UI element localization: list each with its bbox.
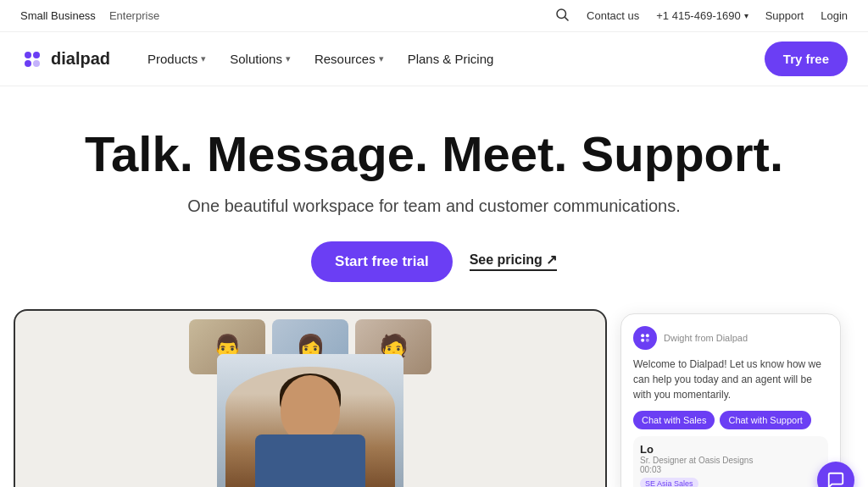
svg-point-5: [33, 60, 40, 67]
top-bar-right: Contact us +1 415-469-1690 ▾ Support Log…: [554, 7, 848, 25]
chat-actions: Chat with Sales Chat with Support: [633, 411, 828, 429]
try-free-button[interactable]: Try free: [765, 42, 848, 76]
hero-section: Talk. Message. Meet. Support. One beauti…: [0, 86, 868, 302]
svg-point-3: [33, 52, 40, 58]
navbar-left: dialpad Products ▾ Solutions ▾ Resources…: [20, 45, 504, 73]
start-trial-button[interactable]: Start free trial: [311, 241, 453, 282]
contact-us-link[interactable]: Contact us: [587, 9, 639, 22]
chat-from-label: Dwight from Dialpad: [664, 333, 748, 343]
chat-from-info: Dwight from Dialpad: [664, 333, 748, 343]
resources-chevron-icon: ▾: [379, 53, 384, 64]
see-pricing-text: See pricing: [470, 252, 542, 268]
call-person-info: Lo Sr. Designer at Oasis Designs 00:03 S…: [640, 443, 753, 487]
hero-subheadline: One beautiful workspace for team and cus…: [17, 196, 851, 216]
call-sub-panel: Lo Sr. Designer at Oasis Designs 00:03 S…: [633, 436, 828, 487]
svg-point-4: [25, 60, 31, 67]
nav-solutions[interactable]: Solutions ▾: [220, 45, 301, 73]
nav-products[interactable]: Products ▾: [137, 45, 216, 73]
call-person-title: Sr. Designer at Oasis Designs: [640, 456, 753, 465]
call-person-name: Lo: [640, 443, 753, 456]
chat-panel: Dwight from Dialpad Welcome to Dialpad! …: [620, 313, 841, 487]
nav-resources-label: Resources: [314, 52, 376, 66]
nav-links: Products ▾ Solutions ▾ Resources ▾ Plans…: [137, 45, 504, 73]
svg-line-1: [565, 17, 568, 20]
person-silhouette: [225, 367, 395, 487]
nav-products-label: Products: [147, 52, 198, 66]
svg-point-9: [646, 339, 649, 342]
main-video-person: [217, 354, 403, 487]
hero-headline: Talk. Message. Meet. Support.: [17, 127, 851, 181]
see-pricing-link[interactable]: See pricing ↗: [470, 252, 557, 271]
logo[interactable]: dialpad: [20, 47, 110, 71]
logo-text: dialpad: [51, 49, 110, 69]
navbar: dialpad Products ▾ Solutions ▾ Resources…: [0, 32, 868, 86]
svg-point-7: [646, 334, 649, 337]
nav-resources[interactable]: Resources ▾: [304, 45, 394, 73]
nav-plans-pricing[interactable]: Plans & Pricing: [398, 45, 504, 73]
phone-dropdown[interactable]: +1 415-469-1690 ▾: [656, 9, 748, 22]
svg-point-6: [641, 334, 644, 337]
top-bar: Small Business Enterprise Contact us +1 …: [0, 0, 868, 32]
dialpad-logo-icon: [20, 47, 44, 71]
person-body: [255, 434, 365, 487]
call-tag: SE Asia Sales: [640, 478, 698, 487]
products-chevron-icon: ▾: [201, 53, 206, 64]
nav-plans-pricing-label: Plans & Pricing: [408, 52, 494, 66]
person-head: [281, 375, 340, 443]
top-bar-left: Small Business Enterprise: [20, 9, 159, 22]
phone-number: +1 415-469-1690: [656, 9, 740, 22]
chat-with-support-button[interactable]: Chat with Support: [720, 411, 810, 429]
phone-chevron-icon: ▾: [744, 11, 748, 20]
small-business-tab[interactable]: Small Business: [20, 9, 96, 22]
svg-point-8: [641, 339, 644, 342]
svg-point-0: [557, 9, 566, 19]
call-time: 00:03: [640, 465, 753, 474]
chat-message-text: Welcome to Dialpad! Let us know how we c…: [633, 357, 828, 402]
enterprise-tab[interactable]: Enterprise: [109, 9, 159, 22]
video-panel: 👨 👩 🧑: [14, 309, 607, 487]
solutions-chevron-icon: ▾: [286, 53, 291, 64]
support-link[interactable]: Support: [765, 9, 804, 22]
login-link[interactable]: Login: [821, 9, 848, 22]
nav-solutions-label: Solutions: [230, 52, 282, 66]
svg-point-2: [25, 52, 31, 58]
see-pricing-arrow-icon: ↗: [546, 252, 557, 268]
chat-with-sales-button[interactable]: Chat with Sales: [633, 411, 715, 429]
hero-buttons: Start free trial See pricing ↗: [17, 241, 851, 282]
search-icon[interactable]: [554, 7, 570, 25]
bottom-section: 👨 👩 🧑: [0, 309, 868, 487]
chat-header: Dwight from Dialpad: [633, 326, 828, 350]
dialpad-chat-icon: [633, 326, 657, 350]
